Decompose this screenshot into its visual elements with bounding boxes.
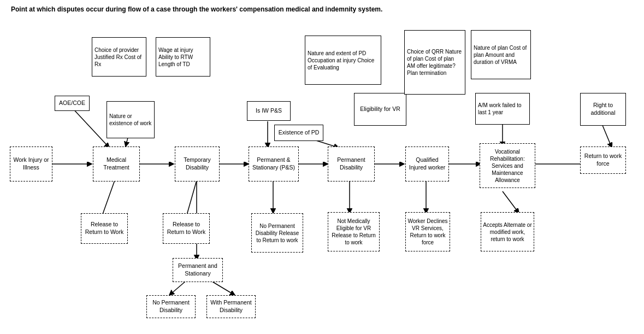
box-return-workforce: Return to work force	[580, 147, 626, 174]
box-permanent-stationary: Permanent & Stationary (P&S)	[249, 147, 299, 181]
svg-line-15	[503, 191, 519, 213]
page-title: Point at which disputes occur during flo…	[11, 5, 382, 13]
svg-line-2	[71, 107, 109, 148]
box-nature-extent-pd: Nature and extent of PD Occupation at in…	[305, 36, 381, 85]
box-permanent-stationary-2: Permanent and Stationary	[173, 258, 223, 282]
box-aoe-coe: AOE/COE	[55, 96, 90, 111]
box-permanent-disability: Permanent Disability	[328, 147, 375, 181]
box-qualified-injured-worker: Qualified Injured worker	[405, 147, 449, 181]
box-with-perm-disability: With Permanent Disability	[206, 295, 256, 318]
box-release-rtw-1: Release to Return to Work	[81, 213, 128, 244]
box-choice-qrr: Choice of QRR Nature of plan Cost of pla…	[404, 30, 465, 95]
box-eligibility-vr: Eligibility for VR	[354, 93, 406, 126]
box-choice-provider: Choice of provider Justified Rx Cost of …	[92, 37, 146, 77]
box-am-work-failed: A/M work failed to last 1 year	[475, 93, 530, 125]
box-right-additional: Right to additional	[580, 93, 626, 126]
box-no-perm-disability-2: No Permanent Disability	[146, 295, 196, 318]
box-vocational-rehab: Vocational Rehabilitation: Services and …	[480, 143, 535, 188]
box-not-medically-eligible: Not Medically Eligible for VR Release to…	[328, 212, 380, 251]
box-nature-existence: Nature or existence of work	[107, 101, 155, 138]
box-no-perm-disability-rtw: No Permanent Disability Release to Retur…	[251, 213, 303, 253]
box-nature-plan: Nature of plan Cost of plan Amount and d…	[471, 30, 531, 79]
box-worker-declines: Worker Declines VR Services, Return to w…	[405, 212, 450, 251]
box-medical-treatment: Medical Treatment	[93, 147, 140, 181]
box-accepts-alternate: Accepts Alternate or modified work, retu…	[481, 212, 534, 251]
diagram-container: Point at which disputes occur during flo…	[0, 0, 644, 334]
box-work-injury: Work Injury or Illness	[10, 147, 52, 181]
box-existence-pd: Existence of PD	[274, 125, 323, 141]
box-temporary-disability: Temporary Disability	[175, 147, 220, 181]
box-release-rtw-2: Release to Return to Work	[163, 213, 210, 244]
box-is-iw-ps: Is IW P&S	[247, 101, 291, 121]
box-wage-injury: Wage at injury Ability to RTW Length of …	[156, 37, 210, 77]
